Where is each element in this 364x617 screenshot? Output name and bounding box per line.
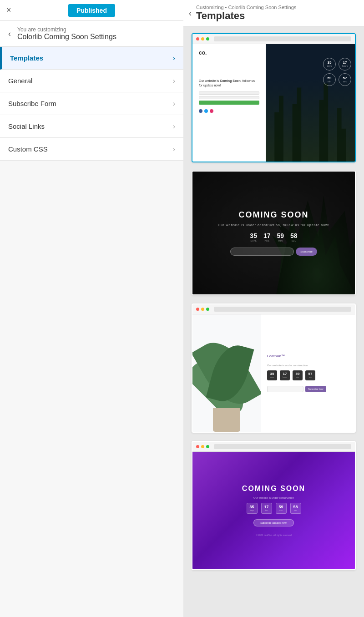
tmpl2-content: COMING SOON Our website is under constru… [192, 172, 355, 294]
sidebar-item-custom-css[interactable]: Custom CSS › [0, 138, 183, 161]
browser-chrome-1 [192, 34, 355, 44]
tmpl1-headline: Our website is Coming Soon, follow us fo… [199, 79, 259, 88]
tmpl3-counters: 35 days 17 hours 59 min [267, 370, 315, 380]
tmpl1-twitter-icon [204, 109, 208, 113]
tmpl4-counters: 35 days 17 hrs 59 min 58 [247, 503, 301, 514]
tmpl3-pot [213, 408, 240, 432]
right-header: ‹ Customizing • Colorlib Coming Soon Set… [183, 0, 364, 27]
chevron-right-icon: › [173, 77, 175, 85]
tmpl1-min-num: 59 [328, 76, 332, 80]
tmpl2-title: COMING SOON [238, 210, 308, 220]
template-preview-2: COMING SOON Our website is under constru… [192, 172, 355, 294]
browser-url-bar [214, 36, 351, 41]
browser-dot-red [196, 37, 199, 40]
sidebar-item-general[interactable]: General › [0, 70, 183, 92]
tmpl2-counter-sec: 58 SEC [290, 232, 298, 242]
tmpl2-hrs-num: 17 [263, 232, 271, 239]
chevron-right-icon: › [173, 54, 175, 62]
tmpl3-counter-hrs: 17 hours [280, 370, 290, 380]
tmpl3-subscribe-btn: Subscribe Now [305, 386, 326, 392]
tmpl4-dot-yellow [201, 445, 204, 448]
tmpl2-counter-min: 59 MIN [277, 232, 284, 242]
tmpl1-form [199, 91, 259, 105]
tmpl1-instagram-icon [210, 109, 213, 113]
tmpl2-email-field [230, 248, 294, 256]
tmpl2-min-num: 59 [277, 232, 284, 239]
tmpl1-left-side: co. Our website is Coming Soon, follow u… [192, 44, 266, 162]
tmpl2-min-label: MIN [278, 239, 283, 242]
right-breadcrumb: Customizing • Colorlib Coming Soon Setti… [196, 5, 296, 22]
sidebar-item-subscribe-form[interactable]: Subscribe Form › [0, 92, 183, 115]
tmpl4-counter-hrs: 17 hrs [261, 503, 272, 514]
tmpl4-url-bar [214, 444, 351, 449]
tmpl2-counter-days: 35 DAYS [250, 232, 257, 242]
tmpl1-min-label: min [328, 80, 331, 83]
tmpl4-dot-green [206, 445, 209, 448]
template-preview-3: LeafSun™ Our website is under constructi… [192, 304, 355, 432]
tmpl1-cactus-bg [266, 79, 355, 162]
tmpl1-hours-num: 17 [343, 61, 347, 65]
template-card-4[interactable]: COMING SOON Our website is under constru… [192, 441, 356, 570]
tmpl4-subtitle: Our website is under construction [253, 496, 294, 499]
breadcrumb-title: Colorlib Coming Soon Settings [17, 33, 116, 41]
tmpl2-form: Subscribe [230, 248, 317, 256]
tmpl1-right-side: 35 days 17 hours 59 min [266, 44, 355, 162]
tmpl3-logo-sup: ™ [282, 354, 285, 358]
template-card-2[interactable]: COMING SOON Our website is under constru… [192, 171, 356, 295]
browser-dot-yellow [201, 37, 204, 40]
tmpl1-counter-hours: 17 hours [339, 58, 351, 71]
right-back-button[interactable]: ‹ [189, 9, 192, 18]
tmpl1-social-row [199, 109, 259, 113]
tmpl1-facebook-icon [199, 109, 202, 113]
tmpl1-sec-num: 57 [343, 76, 347, 80]
tmpl1-counter-min: 59 min [323, 73, 336, 86]
tmpl3-form-row: Subscribe Now [267, 386, 326, 392]
tmpl3-plant-side [192, 314, 261, 432]
breadcrumb-text: You are customizing Colorlib Coming Soon… [17, 26, 116, 41]
tmpl1-sec-label: sec [343, 80, 347, 83]
published-button[interactable]: Published [68, 4, 115, 17]
chevron-right-icon: › [173, 145, 175, 153]
tmpl2-sec-num: 58 [290, 232, 298, 239]
tmpl1-subscribe-button [199, 101, 259, 105]
template-card-3[interactable]: LeafSun™ Our website is under constructi… [192, 303, 356, 433]
tmpl1-text-block: Our website is Coming Soon, follow us fo… [199, 79, 259, 113]
breadcrumb-sub: You are customizing [17, 26, 116, 33]
template-preview-4: COMING SOON Our website is under constru… [192, 442, 355, 569]
tmpl3-dot-yellow [201, 308, 204, 311]
tmpl3-tagline: Our website is under construction [267, 364, 308, 367]
tmpl1-hours-label: hours [342, 65, 348, 67]
tmpl1-days-label: days [327, 65, 332, 67]
chevron-right-icon: › [173, 100, 175, 108]
tmpl3-dot-green [206, 308, 209, 311]
tmpl4-content: COMING SOON Our website is under constru… [192, 452, 355, 569]
right-breadcrumb-sub: Customizing • Colorlib Coming Soon Setti… [196, 5, 296, 10]
tmpl4-subscribe-btn: Subscribe updates now! [253, 519, 294, 526]
tmpl1-cactus-shape [266, 79, 355, 162]
sidebar-item-social-links[interactable]: Social Links › [0, 115, 183, 138]
left-panel: × Published ‹ You are customizing Colorl… [0, 0, 183, 617]
back-button[interactable]: ‹ [8, 29, 11, 39]
tmpl2-hrs-label: HRS [264, 239, 269, 242]
tmpl4-browser-chrome [192, 442, 355, 452]
right-panel: ‹ Customizing • Colorlib Coming Soon Set… [183, 0, 364, 617]
template-card-1[interactable]: co. Our website is Coming Soon, follow u… [192, 33, 356, 162]
tmpl3-counter-min: 59 min [293, 370, 303, 380]
sidebar-item-templates[interactable]: Templates › [0, 47, 183, 70]
tmpl1-counter-sec: 57 sec [339, 73, 351, 86]
tmpl3-counter-days: 35 days [267, 370, 277, 380]
tmpl4-title: COMING SOON [242, 485, 305, 493]
tmpl2-sec-label: SEC [292, 239, 296, 242]
tmpl3-right-side: LeafSun™ Our website is under constructi… [261, 314, 355, 432]
tmpl4-counter-min: 59 min [276, 503, 287, 514]
tmpl2-days-num: 35 [250, 232, 257, 239]
template-preview-1: co. Our website is Coming Soon, follow u… [192, 34, 355, 162]
tmpl3-logo: LeafSun™ [267, 354, 285, 360]
close-button[interactable]: × [6, 5, 11, 15]
tmpl3-dot-red [196, 308, 199, 311]
tmpl4-dot-red [196, 445, 199, 448]
tmpl3-counter-sec: 57 sec [305, 370, 315, 380]
tmpl2-subtitle: Our website is under construction, follo… [218, 223, 329, 227]
right-breadcrumb-title: Templates [196, 10, 296, 22]
tmpl3-browser-chrome [192, 304, 355, 314]
